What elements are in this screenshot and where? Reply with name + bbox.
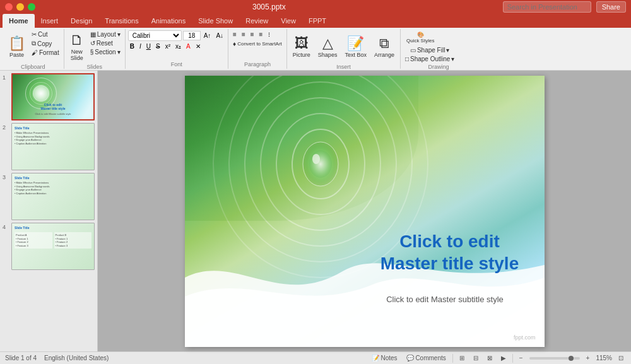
maximize-button[interactable] (28, 3, 35, 11)
slide-thumbnail-3[interactable]: Slide Title • Make Effective Presentatio… (11, 173, 95, 220)
tab-transitions[interactable]: Transitions (98, 14, 144, 28)
shapes-button[interactable]: △ Shapes (315, 30, 341, 63)
slide-thumbnail-4[interactable]: Slide Title Product A• Feature 1• Featur… (11, 223, 95, 270)
layout-icon: ▦ (90, 31, 96, 38)
align-left-button[interactable]: ≡ (231, 30, 239, 38)
slide-3-title: Slide Title (15, 176, 91, 180)
slide-num-4: 4 (3, 224, 9, 230)
copy-button[interactable]: ⧉ Copy (30, 39, 61, 48)
shape-outline-button[interactable]: □ Shape Outline ▾ (403, 55, 456, 63)
increase-font-button[interactable]: A↑ (202, 32, 213, 40)
format-icon: 🖌 (32, 49, 38, 56)
slide-thumb-2[interactable]: 2 Slide Title • Make Effective Presentat… (3, 123, 95, 170)
new-slide-button[interactable]: 🗋 New Slide (67, 30, 87, 63)
slides-group: 🗋 New Slide ▦ Layout ▾ ↺ Reset § Section… (64, 29, 126, 69)
format-button[interactable]: 🖌 Format (30, 49, 61, 57)
convert-icon: ♦ (233, 40, 236, 47)
slide-thumbnail-2[interactable]: Slide Title • Make Effective Presentatio… (11, 123, 95, 170)
textbox-button[interactable]: 📝 Text Box (341, 30, 370, 63)
minimize-button[interactable] (16, 3, 24, 11)
arrange-icon: ⧉ (379, 35, 389, 52)
share-button[interactable]: Share (596, 1, 626, 13)
tab-fppt[interactable]: FPPT (302, 14, 333, 28)
slide-2-bullets: • Make Effective Presentations • Using A… (15, 131, 91, 145)
slide-thumbnail-1[interactable]: Click to editMaster title style Click to… (11, 73, 95, 120)
zoom-out-button[interactable]: − (517, 355, 526, 361)
paste-button[interactable]: 📋 Paste (5, 30, 28, 63)
slide-thumb-4[interactable]: 4 Slide Title Product A• Feature 1• Feat… (3, 223, 95, 270)
strikethrough-button[interactable]: S (154, 42, 162, 50)
close-button[interactable] (5, 3, 13, 11)
tab-review[interactable]: Review (239, 14, 274, 28)
tab-animations[interactable]: Animations (145, 14, 192, 28)
title-bar: 3005.pptx Share (0, 0, 631, 14)
picture-button[interactable]: 🖼 Picture (290, 30, 314, 63)
clear-format-button[interactable]: ✕ (194, 42, 203, 50)
zoom-in-button[interactable]: + (584, 355, 593, 361)
decrease-font-button[interactable]: A↓ (214, 32, 225, 40)
notes-icon: 📝 (372, 355, 379, 361)
superscript-button[interactable]: x² (163, 42, 172, 50)
fit-window-button[interactable]: ⊡ (616, 355, 626, 361)
zoom-slider[interactable] (529, 357, 580, 360)
slide-1-thumb-title: Click to editMaster title style (15, 103, 91, 110)
arrange-button[interactable]: ⧉ Arrange (371, 30, 398, 63)
status-divider (452, 354, 453, 363)
slide-info: Slide 1 of 4 (5, 355, 37, 361)
slide-panel: 1 Click to editMaster title style Click … (0, 71, 98, 351)
outline-icon: □ (405, 56, 409, 62)
shape-fill-button[interactable]: ▭ Shape Fill ▾ (408, 46, 451, 54)
underline-button[interactable]: U (144, 42, 153, 50)
view-slideshow-button[interactable]: ▶ (498, 355, 509, 361)
bold-button[interactable]: B (128, 42, 136, 50)
search-input[interactable] (503, 1, 591, 13)
align-center-button[interactable]: ≡ (240, 30, 247, 38)
reset-icon: ↺ (90, 40, 95, 47)
slide-thumb-1[interactable]: 1 Click to editMaster title style Click … (3, 73, 95, 120)
window-title: 3005.pptx (252, 3, 286, 11)
italic-button[interactable]: I (138, 42, 143, 50)
slide-canvas[interactable]: Click to edit Master title style Click t… (185, 76, 545, 347)
reset-button[interactable]: ↺ Reset (88, 39, 122, 47)
section-button[interactable]: § Section ▾ (88, 48, 122, 56)
layout-chevron: ▾ (117, 31, 121, 38)
font-size-input[interactable] (183, 31, 201, 40)
quick-styles-icon: 🎨 (417, 32, 424, 38)
view-reading-button[interactable]: ⊠ (485, 355, 495, 361)
font-label: Font (128, 61, 225, 68)
slide-subtitle[interactable]: Click to edit Master subtitle style (355, 295, 535, 304)
tab-insert[interactable]: Insert (35, 14, 65, 28)
tab-design[interactable]: Design (64, 14, 98, 28)
subscript-button[interactable]: x₂ (174, 42, 183, 50)
filename-label: 3005.pptx (252, 3, 286, 11)
notes-button[interactable]: 📝 Notes (369, 355, 400, 361)
quick-styles-button[interactable]: 🎨 Quick Styles (403, 30, 437, 45)
clipboard-group: 📋 Paste ✂ Cut ⧉ Copy 🖌 Format Clipboard (3, 29, 64, 69)
slide-thumb-3[interactable]: 3 Slide Title • Make Effective Presentat… (3, 173, 95, 220)
layout-button[interactable]: ▦ Layout ▾ (88, 30, 122, 38)
convert-smartart-button[interactable]: ♦ Convert to SmartArt (231, 40, 284, 48)
view-normal-button[interactable]: ⊞ (457, 355, 467, 361)
insert-label: Insert (290, 63, 398, 70)
zoom-level: 115% (596, 355, 612, 361)
cut-button[interactable]: ✂ Cut (30, 30, 61, 38)
slides-label: Slides (67, 63, 122, 70)
view-slide-sorter-button[interactable]: ⊟ (471, 355, 481, 361)
font-family-select[interactable]: Calibri (128, 30, 182, 41)
slide-watermark: fppt.com (514, 334, 536, 341)
font-color-button[interactable]: A (184, 42, 192, 50)
tab-view[interactable]: View (274, 14, 302, 28)
slide-title[interactable]: Click to edit Master title style (368, 230, 532, 274)
cut-icon: ✂ (32, 31, 37, 38)
tab-slideshow[interactable]: Slide Show (192, 14, 239, 28)
fill-icon: ▭ (410, 47, 416, 54)
paragraph-group: ≡ ≡ ≡ ≡ ⫶ ♦ Convert to SmartArt Paragrap… (228, 29, 287, 69)
tab-home[interactable]: Home (3, 14, 35, 28)
columns-button[interactable]: ⫶ (266, 30, 273, 38)
zoom-thumb (569, 356, 574, 361)
justify-button[interactable]: ≡ (257, 30, 265, 38)
comments-button[interactable]: 💬 Comments (404, 355, 449, 361)
slide-num-1: 1 (3, 74, 9, 81)
align-right-button[interactable]: ≡ (249, 30, 256, 38)
slide-2-title: Slide Title (15, 126, 91, 130)
